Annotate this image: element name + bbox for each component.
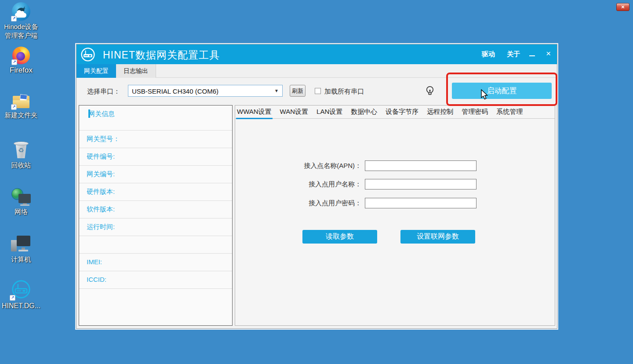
recycle-bin-icon: ♻ [13, 141, 29, 159]
tab-admin-password[interactable]: 管理密码 [462, 106, 488, 119]
shortcut-arrow-icon: ↗ [11, 16, 17, 22]
monitor-icon [17, 236, 30, 246]
port-select-label: 选择串口： [87, 87, 120, 96]
lightbulb-icon[interactable] [425, 85, 435, 98]
monitor-base [18, 250, 28, 251]
info-row-gw-id: 网关编号: [79, 165, 232, 183]
tab-device-byte-order[interactable]: 设备字节序 [386, 106, 418, 119]
tab-remote-control[interactable]: 远程控制 [427, 106, 453, 119]
desktop-icon-label: 计算机 [0, 255, 42, 264]
info-row-iccid: ICCID: [79, 271, 232, 288]
screen-close-button[interactable]: × [616, 3, 629, 11]
desktop-icon-label: 回收站 [0, 161, 42, 170]
network-icon [11, 188, 31, 206]
hinet-router-icon: ↗ [11, 279, 32, 300]
settings-panel: WWAN设置 WAN设置 LAN设置 数据中心 设备字节序 远程控制 管理密码 … [235, 105, 555, 326]
info-row-empty [79, 236, 232, 253]
desktop-icon-label: 新建文件夹 [0, 111, 42, 120]
close-button[interactable]: × [546, 49, 551, 58]
gateway-info-title: 网关信息 [88, 110, 115, 117]
main-tab-bar: 网关配置 日志输出 [76, 64, 557, 78]
desktop-icon-new-folder[interactable]: ↗ 新建文件夹 [0, 94, 42, 120]
shortcut-arrow-icon: ↗ [10, 295, 15, 301]
accent-bar [88, 109, 90, 118]
port-select-dropdown[interactable]: USB-SERIAL CH340 (COM6) ▼ [128, 85, 283, 97]
form-row-password: 接入点用户密码： [235, 198, 555, 209]
hinode-app-icon: ↗ [12, 2, 30, 21]
desktop-icon-label: 管理客户端 [0, 31, 42, 40]
desktop-icon-network[interactable]: 网络 [0, 188, 42, 216]
desktop-icon-label: HINET.DG... [0, 302, 42, 310]
folder-icon: ↗ [12, 94, 30, 109]
set-network-params-button[interactable]: 设置联网参数 [400, 230, 475, 244]
shortcut-arrow-icon: ↗ [11, 59, 17, 65]
titlebar[interactable]: HINET数据网关配置工具 驱动 关于 × [76, 44, 557, 64]
info-row-spacer [79, 288, 232, 340]
info-row-sw-ver: 软件版本: [79, 200, 232, 218]
monitor-base [20, 204, 29, 206]
tab-gateway-config[interactable]: 网关配置 [76, 64, 116, 78]
bin-rim [14, 142, 29, 146]
apn-username-label: 接入点用户名称： [309, 180, 361, 189]
refresh-button[interactable]: 刷新 [290, 85, 306, 97]
about-menu[interactable]: 关于 [507, 50, 520, 58]
apn-label: 接入点名称(APN)： [304, 162, 361, 170]
start-config-button[interactable]: 启动配置 [452, 83, 552, 99]
form-row-username: 接入点用户名称： [235, 179, 555, 190]
tab-wan[interactable]: WAN设置 [280, 106, 308, 119]
minimize-button[interactable] [529, 51, 535, 58]
desktop-icon-computer[interactable]: 计算机 [0, 236, 42, 264]
firefox-globe-icon [16, 52, 25, 61]
tab-lan[interactable]: LAN设置 [316, 106, 342, 119]
chevron-down-icon: ▼ [274, 88, 279, 93]
window-title: HINET数据网关配置工具 [103, 48, 220, 62]
read-params-button[interactable]: 读取参数 [302, 230, 377, 244]
gateway-info-header: 网关信息 [79, 106, 232, 130]
tab-data-center[interactable]: 数据中心 [351, 106, 377, 119]
load-all-ports-label: 加载所有串口 [324, 87, 364, 96]
monitor-icon [18, 194, 31, 203]
gateway-info-panel: 网关信息 网关型号： 硬件编号: 网关编号: 硬件版本: 软件版本: 运行时间:… [79, 105, 233, 326]
desktop-icon-hinet-dg[interactable]: ↗ HINET.DG... [0, 279, 42, 310]
info-row-hw-id: 硬件编号: [79, 148, 232, 165]
desktop-icon-hinode[interactable]: ↗ Hinode设备 管理客户端 [0, 2, 42, 40]
info-row-model: 网关型号： [79, 130, 232, 148]
firefox-icon: ↗ [12, 47, 30, 64]
app-window: HINET数据网关配置工具 驱动 关于 × 网关配置 日志输出 选择串口： US… [76, 44, 557, 329]
router-icon [80, 47, 96, 62]
desktop-icon-label: Hinode设备 [0, 22, 42, 31]
info-row-uptime: 运行时间: [79, 218, 232, 236]
apn-password-input[interactable] [365, 198, 477, 208]
pc-tower [11, 240, 17, 251]
apn-password-label: 接入点用户密码： [309, 199, 361, 207]
minimize-icon [529, 55, 535, 56]
desktop-icon-label: 网络 [0, 207, 42, 216]
settings-tab-bar: WWAN设置 WAN设置 LAN设置 数据中心 设备字节序 远程控制 管理密码 … [235, 106, 555, 119]
info-row-hw-ver: 硬件版本: [79, 183, 232, 200]
selected-port-value: USB-SERIAL CH340 (COM6) [132, 87, 218, 95]
info-row-imei: IMEI: [79, 253, 232, 271]
shortcut-arrow-icon: ↗ [11, 104, 17, 110]
apn-input[interactable] [365, 160, 477, 171]
apn-username-input[interactable] [365, 179, 477, 189]
tab-system-management[interactable]: 系统管理 [496, 106, 523, 119]
desktop-icon-label: Firefox [0, 66, 42, 75]
tab-log-output[interactable]: 日志输出 [116, 64, 156, 78]
driver-menu[interactable]: 驱动 [482, 50, 495, 58]
computer-icon [11, 236, 31, 253]
recycle-symbol: ♻ [13, 146, 29, 154]
load-all-ports-checkbox[interactable] [315, 88, 321, 94]
form-row-apn: 接入点名称(APN)： [235, 160, 555, 172]
desktop-icon-recycle-bin[interactable]: ♻ 回收站 [0, 141, 42, 170]
desktop-icon-firefox[interactable]: ↗ Firefox [0, 47, 42, 75]
tab-wwan[interactable]: WWAN设置 [237, 106, 272, 119]
